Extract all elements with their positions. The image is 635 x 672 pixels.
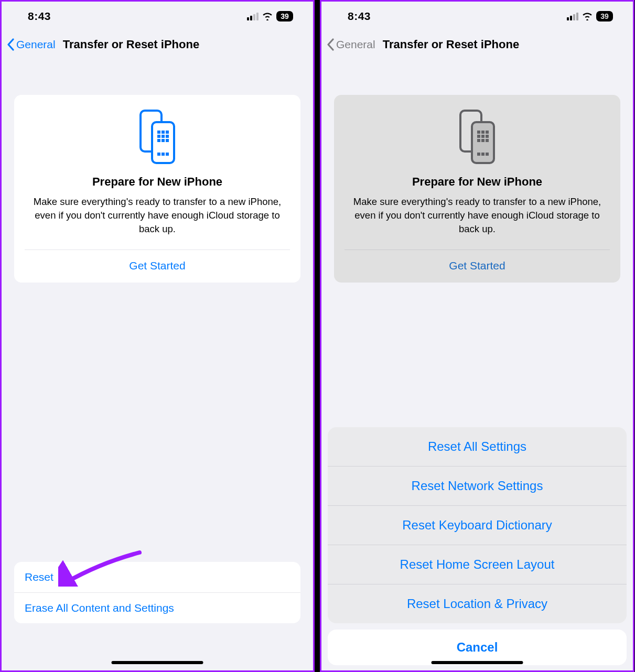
- svg-rect-23: [481, 139, 485, 142]
- reset-all-settings-button[interactable]: Reset All Settings: [328, 427, 627, 466]
- reset-action-sheet: Reset All Settings Reset Network Setting…: [328, 427, 627, 665]
- status-icons: 39: [247, 11, 293, 21]
- reset-keyboard-dictionary-button[interactable]: Reset Keyboard Dictionary: [328, 505, 627, 545]
- cellular-signal-icon: [247, 13, 259, 20]
- get-started-button: Get Started: [345, 250, 610, 283]
- right-screenshot: 8:43 39 General Transfer or Reset iPhone: [320, 0, 634, 672]
- wifi-icon: [582, 13, 593, 20]
- svg-rect-26: [481, 153, 485, 156]
- svg-rect-6: [162, 135, 165, 138]
- cellular-signal-icon: [567, 13, 578, 20]
- svg-rect-11: [157, 153, 160, 156]
- svg-rect-10: [166, 139, 169, 142]
- svg-rect-22: [477, 139, 480, 142]
- page-title: Transfer or Reset iPhone: [383, 38, 519, 51]
- home-indicator[interactable]: [112, 661, 203, 664]
- status-time: 8:43: [348, 10, 371, 23]
- back-label: General: [16, 38, 56, 51]
- svg-rect-7: [166, 135, 169, 138]
- svg-rect-20: [481, 135, 485, 138]
- chevron-left-icon: [327, 38, 334, 51]
- svg-rect-18: [486, 131, 489, 134]
- chevron-left-icon: [7, 38, 14, 51]
- back-button[interactable]: General: [7, 38, 56, 51]
- back-label: General: [336, 38, 375, 51]
- reset-row[interactable]: Reset: [14, 562, 300, 592]
- status-bar: 8:43 39: [2, 2, 313, 31]
- get-started-button[interactable]: Get Started: [25, 250, 290, 283]
- prepare-card: Prepare for New iPhone Make sure everyth…: [334, 95, 620, 283]
- card-description: Make sure everything's ready to transfer…: [345, 195, 610, 236]
- svg-rect-21: [486, 135, 489, 138]
- battery-icon: 39: [276, 11, 293, 21]
- svg-rect-12: [162, 153, 165, 156]
- left-screenshot: 8:43 39 General Transfer or Reset iPhone: [0, 0, 315, 672]
- card-title: Prepare for New iPhone: [25, 175, 290, 189]
- svg-rect-2: [157, 131, 160, 134]
- svg-rect-19: [477, 135, 480, 138]
- svg-rect-27: [486, 153, 489, 156]
- page-title: Transfer or Reset iPhone: [63, 38, 199, 51]
- svg-rect-9: [162, 139, 165, 142]
- wifi-icon: [262, 13, 273, 20]
- svg-rect-24: [486, 139, 489, 142]
- erase-row[interactable]: Erase All Content and Settings: [14, 592, 300, 623]
- svg-rect-25: [477, 153, 480, 156]
- card-title: Prepare for New iPhone: [345, 175, 610, 189]
- svg-rect-13: [166, 153, 169, 156]
- bottom-options-list: Reset Erase All Content and Settings: [14, 562, 300, 623]
- svg-rect-1: [152, 122, 174, 163]
- transfer-devices-icon: [456, 110, 498, 165]
- svg-rect-5: [157, 135, 160, 138]
- battery-icon: 39: [596, 11, 613, 21]
- reset-location-privacy-button[interactable]: Reset Location & Privacy: [328, 584, 627, 623]
- svg-rect-16: [477, 131, 480, 134]
- transfer-devices-icon: [136, 110, 178, 165]
- reset-network-settings-button[interactable]: Reset Network Settings: [328, 466, 627, 505]
- card-description: Make sure everything's ready to transfer…: [25, 195, 290, 236]
- reset-home-screen-layout-button[interactable]: Reset Home Screen Layout: [328, 545, 627, 584]
- status-time: 8:43: [28, 10, 51, 23]
- svg-rect-4: [166, 131, 169, 134]
- svg-rect-17: [481, 131, 485, 134]
- status-icons: 39: [567, 11, 613, 21]
- status-bar: 8:43 39: [321, 2, 633, 31]
- cancel-button[interactable]: Cancel: [328, 630, 627, 665]
- back-button: General: [327, 38, 375, 51]
- navigation-bar: General Transfer or Reset iPhone: [2, 31, 313, 58]
- navigation-bar: General Transfer or Reset iPhone: [321, 31, 633, 58]
- home-indicator[interactable]: [432, 661, 523, 664]
- svg-rect-3: [162, 131, 165, 134]
- svg-rect-15: [472, 122, 494, 163]
- sheet-options-group: Reset All Settings Reset Network Setting…: [328, 427, 627, 623]
- prepare-card: Prepare for New iPhone Make sure everyth…: [14, 95, 300, 283]
- svg-rect-8: [157, 139, 160, 142]
